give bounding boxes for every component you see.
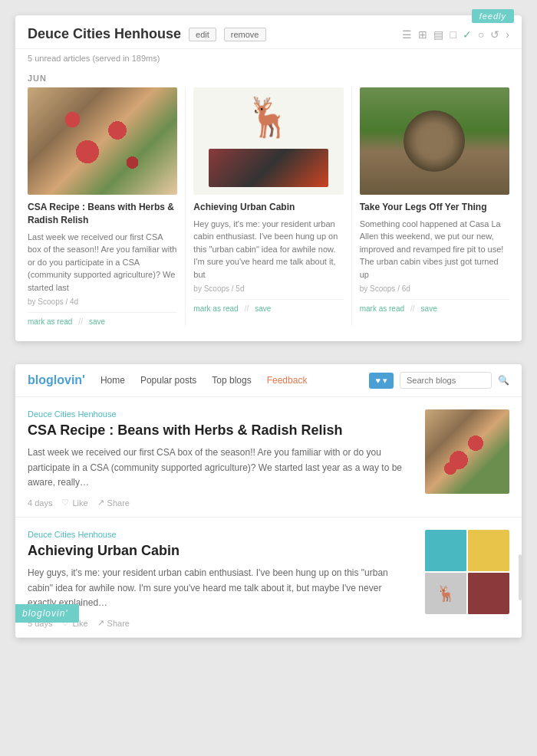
feedly-articles: CSA Recipe : Beans with Herbs & Radish R… xyxy=(15,87,522,334)
bl-post: Deuce Cities Henhouse CSA Recipe : Beans… xyxy=(15,397,522,518)
bl-post-title: Achieving Urban Cabin xyxy=(28,542,413,560)
article-title: Achieving Urban Cabin xyxy=(193,201,343,214)
search-icon: 🔍 xyxy=(498,375,509,386)
bl-post-days: 4 days xyxy=(28,498,52,508)
feedly-meta: 5 unread articles (served in 189ms) xyxy=(15,49,522,67)
article-title: Take Your Legs Off Yer Thing xyxy=(360,201,509,214)
list-view-icon[interactable]: ☰ xyxy=(402,28,412,41)
feedly-title-area: Deuce Cities Henhouse edit remove xyxy=(28,26,402,42)
cabin-img-cell-1 xyxy=(425,530,466,571)
article-excerpt: Last week we received our first CSA box … xyxy=(28,231,177,294)
grid-view-icon[interactable]: ⊞ xyxy=(418,28,427,41)
action-separator: // xyxy=(410,304,415,313)
share-icon: ↗ xyxy=(97,618,104,628)
feedly-article: CSA Recipe : Beans with Herbs & Radish R… xyxy=(28,87,186,326)
cabin-img-cell-3: 🦌 xyxy=(425,573,466,614)
refresh-icon[interactable]: ↺ xyxy=(490,28,499,41)
feedly-card: feedly Deuce Cities Henhouse edit remove… xyxy=(15,15,522,341)
nav-popular[interactable]: Popular posts xyxy=(140,375,196,386)
bl-share-button[interactable]: ↗ Share xyxy=(97,618,130,628)
bl-post-excerpt: Last week we received our first CSA box … xyxy=(28,445,413,490)
bl-source[interactable]: Deuce Cities Henhouse xyxy=(28,409,413,419)
feedly-title: Deuce Cities Henhouse xyxy=(28,26,181,42)
article-actions: mark as read // save xyxy=(193,299,343,313)
mark-as-read-link[interactable]: mark as read xyxy=(28,317,72,326)
scrollbar[interactable] xyxy=(519,554,522,600)
nav-top-blogs[interactable]: Top blogs xyxy=(212,375,251,386)
bl-post-meta: 4 days ♡ Like ↗ Share xyxy=(28,498,413,508)
bl-post-excerpt: Hey guys, it's me: your resident urban c… xyxy=(28,566,413,610)
action-separator: // xyxy=(245,304,249,313)
bloglovin-logo: bloglovin' xyxy=(28,373,85,387)
mark-as-read-link[interactable]: mark as read xyxy=(193,304,238,313)
nav-home[interactable]: Home xyxy=(100,375,125,386)
heart-icon: ♥ xyxy=(375,376,381,385)
article-actions: mark as read // save xyxy=(28,312,177,326)
feedly-header: Deuce Cities Henhouse edit remove ☰ ⊞ ▤ … xyxy=(15,15,522,49)
feedly-article: Take Your Legs Off Yer Thing Something c… xyxy=(352,87,509,326)
bloglovin-card: bloglovin' Home Popular posts Top blogs … xyxy=(15,364,522,638)
feedly-toolbar: ☰ ⊞ ▤ □ ✓ ○ ↺ › xyxy=(402,28,509,41)
bl-post-content: Deuce Cities Henhouse Achieving Urban Ca… xyxy=(28,530,413,628)
save-link[interactable]: save xyxy=(421,304,437,313)
cabin-img-cell-2 xyxy=(468,530,509,571)
article-byline: by Scoops / 6d xyxy=(360,284,509,293)
bl-heart-button[interactable]: ♥ ▾ xyxy=(369,373,394,389)
bloglovin-nav: bloglovin' Home Popular posts Top blogs … xyxy=(15,364,522,397)
article-thumbnail xyxy=(28,87,177,195)
article-byline: by Scoops / 5d xyxy=(193,284,343,293)
bl-share-button[interactable]: ↗ Share xyxy=(97,498,130,508)
mark-all-icon[interactable]: ○ xyxy=(478,28,484,41)
article-thumbnail xyxy=(360,87,509,195)
feedly-month: JUN xyxy=(15,67,522,87)
feedly-remove-button[interactable]: remove xyxy=(224,28,266,41)
bl-search-area: ♥ ▾ 🔍 xyxy=(369,372,509,389)
heart-icon: ♡ xyxy=(61,498,69,508)
next-icon[interactable]: › xyxy=(506,28,509,41)
article-excerpt: Something cool happened at Casa La Allen… xyxy=(360,218,509,281)
card-view-icon[interactable]: □ xyxy=(450,28,456,41)
feedly-tag: feedly xyxy=(472,9,514,23)
share-icon: ↗ xyxy=(97,498,104,508)
bl-post-title: CSA Recipe : Beans with Herbs & Radish R… xyxy=(28,422,413,439)
save-link[interactable]: save xyxy=(89,317,105,326)
bl-post-meta: 5 days ♡ Like ↗ Share xyxy=(28,618,413,628)
article-actions: mark as read // save xyxy=(360,299,509,313)
cabin-img-cell-4 xyxy=(468,573,509,614)
feedly-article: Achieving Urban Cabin Hey guys, it's me:… xyxy=(186,87,351,326)
cabin-image-grid: 🦌 xyxy=(425,530,509,614)
article-title: CSA Recipe : Beans with Herbs & Radish R… xyxy=(28,201,177,227)
article-byline: by Scoops / 4d xyxy=(28,297,177,306)
search-input[interactable] xyxy=(400,372,492,389)
mark-as-read-link[interactable]: mark as read xyxy=(360,304,404,313)
article-thumbnail xyxy=(193,87,343,195)
bl-source[interactable]: Deuce Cities Henhouse xyxy=(28,530,413,539)
feedly-edit-button[interactable]: edit xyxy=(189,28,216,41)
bl-post-content: Deuce Cities Henhouse CSA Recipe : Beans… xyxy=(28,409,413,508)
bl-post-image xyxy=(425,409,509,494)
save-link[interactable]: save xyxy=(255,304,271,313)
magazine-view-icon[interactable]: ▤ xyxy=(433,28,443,41)
article-excerpt: Hey guys, it's me: your resident urban c… xyxy=(193,218,343,281)
dropdown-arrow-icon: ▾ xyxy=(383,376,387,386)
nav-feedback[interactable]: Feedback xyxy=(267,375,308,386)
bl-post-image: 🦌 xyxy=(425,530,509,614)
action-separator: // xyxy=(78,317,83,326)
bl-post: Deuce Cities Henhouse Achieving Urban Ca… xyxy=(15,518,522,638)
check-icon[interactable]: ✓ xyxy=(463,28,472,41)
bl-like-button[interactable]: ♡ Like xyxy=(61,498,87,508)
bloglovin-tag: bloglovin' xyxy=(15,604,79,623)
